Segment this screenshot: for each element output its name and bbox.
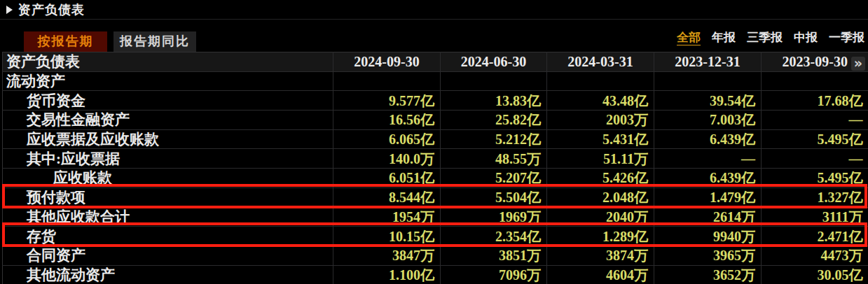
cell-value: 1.479亿 (654, 187, 762, 207)
row-label: 货币资金 (3, 91, 333, 111)
cell-value: 6.439亿 (654, 129, 762, 149)
table-row[interactable]: 应收账款6.051亿5.207亿5.426亿6.439亿5.495亿 (3, 169, 868, 188)
cell-value: 30.05亿 (762, 265, 868, 284)
cell-value: 1954万 (333, 207, 441, 227)
filter-interim[interactable]: 中报 (794, 31, 818, 45)
cell-value: 1.289亿 (547, 227, 654, 246)
table-row-highlighted[interactable]: 预付款项8.544亿5.504亿2.048亿1.479亿1.327亿 (3, 187, 868, 207)
cell-value: 7.003亿 (654, 111, 762, 130)
cell-value: — (762, 149, 868, 169)
cell-value: — (762, 111, 868, 130)
cell-value: 6.439亿 (654, 169, 762, 188)
tab-by-report-period[interactable]: 按报告期 (24, 31, 107, 52)
column-header-date: 2024-09-30 (333, 52, 441, 72)
filter-q1[interactable]: 一季报 (829, 31, 864, 45)
cell-value: 17.68亿 (762, 91, 868, 111)
cell-value: 7096万 (441, 265, 547, 284)
cell-value (441, 71, 547, 91)
period-filter-bar: 全部 年报 三季报 中报 一季报 (677, 31, 864, 45)
cell-value: 3965万 (654, 246, 762, 265)
cell-value: 5.212亿 (441, 129, 547, 149)
title-bar: 资产负债表 (0, 0, 868, 20)
cell-value: 9.577亿 (333, 91, 441, 111)
cell-value (547, 71, 654, 91)
row-label: 预付款项 (3, 187, 333, 207)
row-label: 存货 (3, 227, 333, 246)
row-label: 其他流动资产 (3, 265, 333, 284)
cell-value: 16.56亿 (333, 111, 441, 130)
cell-value: 5.504亿 (441, 187, 547, 207)
cell-value: 3652万 (654, 265, 762, 284)
tab-period-yoy[interactable]: 报告期同比 (113, 31, 196, 52)
cell-value: 3847万 (333, 246, 441, 265)
cell-value: 1.100亿 (333, 265, 441, 284)
cell-value: 43.48亿 (547, 91, 654, 111)
column-header-date: 2024-06-30 (441, 52, 547, 72)
table-header-row: 资产负债表2024-09-302024-06-302024-03-312023-… (3, 52, 868, 72)
cell-value (654, 71, 762, 91)
column-header-date: 2024-03-31 (547, 52, 654, 72)
cell-value: 6.065亿 (333, 129, 441, 149)
table-row[interactable]: 其他应收款合计1954万1969万2040万2614万3111万 (3, 207, 868, 227)
table-row[interactable]: 流动资产 (3, 71, 868, 91)
cell-value: 39.54亿 (654, 91, 762, 111)
cell-value: 2040万 (547, 207, 654, 227)
row-label: 应收账款 (3, 169, 333, 188)
cell-value: 48.55万 (441, 149, 547, 169)
cell-value: 3851万 (441, 246, 547, 265)
row-label: 流动资产 (3, 71, 333, 91)
table-row[interactable]: 应收票据及应收账款6.065亿5.212亿5.431亿6.439亿5.495亿 (3, 129, 868, 149)
cell-value: 9940万 (654, 227, 762, 246)
expand-columns-icon[interactable]: » (851, 57, 865, 71)
cell-value: 5.207亿 (441, 169, 547, 188)
balance-sheet-table: 资产负债表2024-09-302024-06-302024-03-312023-… (2, 52, 868, 284)
filter-annual[interactable]: 年报 (712, 31, 736, 45)
cell-value: 2003万 (547, 111, 654, 130)
cell-value: 140.0万 (333, 149, 441, 169)
row-label: 合同资产 (3, 246, 333, 265)
cell-value: 4604万 (547, 265, 654, 284)
row-label: 交易性金融资产 (3, 111, 333, 130)
cell-value: 4473万 (762, 246, 868, 265)
row-label: 其中:应收票据 (3, 149, 333, 169)
cell-value: 5.426亿 (547, 169, 654, 188)
collapse-arrow-icon[interactable] (6, 6, 13, 14)
filter-q3[interactable]: 三季报 (747, 31, 783, 45)
table-row[interactable]: 合同资产3847万3851万3874万3965万4473万 (3, 246, 868, 265)
cell-value: 5.495亿 (762, 169, 868, 188)
row-label: 应收票据及应收账款 (3, 129, 333, 149)
cell-value: 3874万 (547, 246, 654, 265)
cell-value: 5.495亿 (762, 129, 868, 149)
cell-value: 6.051亿 (333, 169, 441, 188)
cell-value: 1.327亿 (762, 187, 868, 207)
row-label: 其他应收款合计 (3, 207, 333, 227)
cell-value (333, 71, 441, 91)
cell-value: 13.83亿 (441, 91, 547, 111)
cell-value: 1969万 (441, 207, 547, 227)
balance-table-body: 资产负债表2024-09-302024-06-302024-03-312023-… (3, 52, 868, 284)
cell-value: 2.048亿 (547, 187, 654, 207)
table-row[interactable]: 交易性金融资产16.56亿25.82亿2003万7.003亿— (3, 111, 868, 130)
page-title: 资产负债表 (18, 1, 85, 18)
cell-value: — (654, 149, 762, 169)
cell-value: 8.544亿 (333, 187, 441, 207)
cell-value: 51.11万 (547, 149, 654, 169)
table-row[interactable]: 其中:应收票据140.0万48.55万51.11万—— (3, 149, 868, 169)
cell-value: 10.15亿 (333, 227, 441, 246)
column-header-date: 2023-12-31 (654, 52, 762, 72)
cell-value: 5.431亿 (547, 129, 654, 149)
table-corner-label: 资产负债表 (3, 52, 333, 72)
table-row[interactable]: 其他流动资产1.100亿7096万4604万3652万30.05亿 (3, 265, 868, 284)
cell-value: 2.354亿 (441, 227, 547, 246)
table-row[interactable]: 货币资金9.577亿13.83亿43.48亿39.54亿17.68亿 (3, 91, 868, 111)
filter-all[interactable]: 全部 (677, 31, 701, 45)
table-row-highlighted[interactable]: 存货10.15亿2.354亿1.289亿9940万2.471亿 (3, 227, 868, 246)
cell-value: 2614万 (654, 207, 762, 227)
cell-value: 2.471亿 (762, 227, 868, 246)
cell-value: 3111万 (762, 207, 868, 227)
cell-value (762, 71, 868, 91)
cell-value: 25.82亿 (441, 111, 547, 130)
